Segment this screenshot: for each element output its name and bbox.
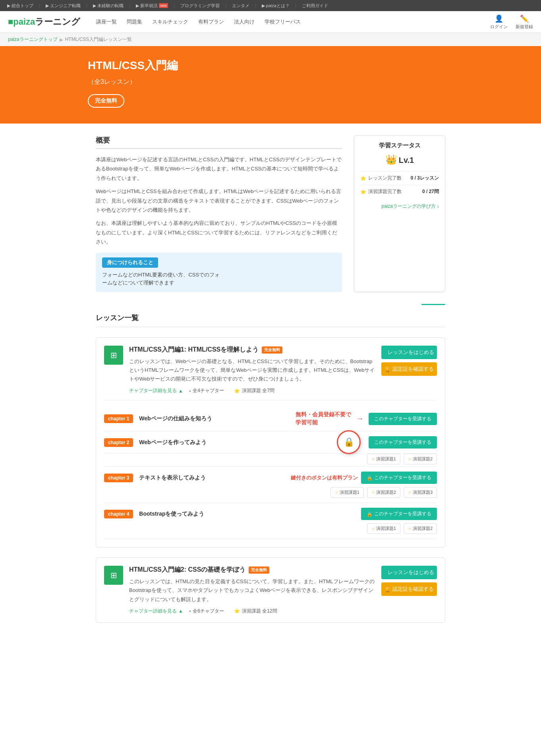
chapter-4-exercise-2[interactable]: ☆ 演習課題2 — [404, 523, 437, 534]
breadcrumb-home[interactable]: paizaラーニングトップ — [8, 36, 58, 43]
trophy-icon: 🏆 — [384, 366, 391, 372]
site-logo[interactable]: ■paizaラーニング — [8, 16, 80, 28]
nav-skill-check[interactable]: スキルチェック — [148, 11, 192, 33]
lesson-1-exercise-count: ⭐ 演習課題 全7問 — [234, 387, 274, 394]
chapter-3-exercise-2[interactable]: ☆ 演習課題2 — [367, 487, 400, 498]
hero-subtitle: （全3レッスン） — [88, 78, 453, 86]
lesson-2-desc: このレッスンでは、HTMLの見た目を定義するCSSについて、学習します。また、H… — [129, 577, 375, 603]
nav-problems[interactable]: 問題集 — [123, 11, 146, 33]
chevron-up-icon: ▲ — [178, 388, 183, 394]
lesson-1-cert-btn[interactable]: 🏆 認定証を確認する — [381, 362, 437, 376]
nav-premium[interactable]: 有料プラン — [194, 11, 228, 33]
top-nav-item-about[interactable]: ▶ paizaとは？ — [259, 3, 293, 9]
register-icon: ✏️ — [520, 14, 529, 23]
overview-para-2: WebページはHTMLとCSSを組み合わせて作成します。HTMLはWebページを… — [96, 187, 342, 215]
chapter-3-btn[interactable]: 🔒 このチャプターを受講する — [361, 472, 437, 484]
exercise-star-icon: ⭐ — [360, 189, 366, 195]
top-nav-item-graduate[interactable]: ▶ 新卒就活 new — [133, 3, 171, 9]
lesson-1-free-badge: 完全無料 — [262, 346, 282, 354]
lesson-1-meta: チャプター詳細を見る ▲ ▪ 全4チャプター ⭐ 演習課題 全7問 — [129, 387, 375, 394]
lesson-1-start-btn[interactable]: レッスンをはじめる — [381, 346, 437, 359]
star-icon-4: ☆ — [371, 490, 375, 495]
chapter-4-right: 🔒 このチャプターを受講する — [361, 508, 437, 520]
overview-title: 概要 — [96, 135, 342, 149]
login-button[interactable]: 👤 ログイン — [490, 14, 508, 30]
status-card: 学習ステータス 👑 Lv.1 ⭐ レッスン完了数 0 / 3レッスン ⭐ 演習課… — [354, 135, 445, 292]
overview-para-3: なお、本講座は理解しやすいよう基本的な内容に留めており、サンプルのHTMLやCS… — [96, 218, 342, 246]
lesson-2-header: ⊞ HTML/CSS入門編2: CSSの基礎を学ぼう 完全無料 このレッスンでは… — [104, 566, 437, 614]
status-card-title: 学習ステータス — [360, 142, 439, 149]
chapter-1-content: chapter 1 Webページの仕組みを知ろう — [104, 414, 296, 423]
top-nav-item-top[interactable]: ▶ 総合トップ — [4, 3, 37, 9]
nav-corporate[interactable]: 法人向け — [230, 11, 259, 33]
lesson-2-start-btn[interactable]: レッスンをはじめる — [381, 566, 437, 579]
chapter-2-exercise-1[interactable]: ☆ 演習課題1 — [367, 454, 400, 464]
lock-icon: 🔒 — [344, 437, 354, 447]
learn-method-link[interactable]: paizaラーニングの学び方 › — [360, 203, 439, 210]
teal-accent-bar — [421, 304, 445, 305]
chapter-count-icon: ▪ — [189, 388, 191, 394]
lesson-complete-row: ⭐ レッスン完了数 0 / 3レッスン — [360, 171, 439, 185]
skills-box: 身につけられること フォームなどのHTML要素の使い方、CSSでのフォームなどに… — [96, 253, 342, 292]
lesson-1-chapter-count: ▪ 全4チャプター — [189, 387, 224, 394]
main-header: ■paizaラーニング 講座一覧 問題集 スキルチェック 有料プラン 法人向け … — [0, 11, 541, 33]
exercise-count-star-2: ⭐ — [234, 608, 240, 614]
lesson-card-2: ⊞ HTML/CSS入門編2: CSSの基礎を学ぼう 完全無料 このレッスンでは… — [96, 557, 445, 623]
lock-circle: 🔒 — [337, 430, 361, 454]
chapter-1-right: 無料・会員登録不要で 学習可能 → このチャプターを受講する — [296, 411, 437, 426]
chapter-toggle-2[interactable]: チャプター詳細を見る ▲ — [129, 608, 183, 615]
nav-courses[interactable]: 講座一覧 — [92, 11, 121, 33]
star-icon-7: ☆ — [408, 526, 412, 531]
lesson-2-body: HTML/CSS入門編2: CSSの基礎を学ぼう 完全無料 このレッスンでは、H… — [129, 566, 375, 614]
breadcrumb-current: HTML/CSS入門編レッスン一覧 — [65, 36, 132, 43]
overview-section: 概要 本講座はWebページを記述する言語のHTMLとCSSの入門編です。HTML… — [96, 135, 445, 292]
lock-icon-3: 🔒 — [367, 475, 373, 481]
exercise-complete-row: ⭐ 演習課題完了数 0 / 27問 — [360, 185, 439, 198]
chapter-1-btn[interactable]: このチャプターを受講する — [369, 413, 437, 425]
chapter-toggle-1[interactable]: チャプター詳細を見る ▲ — [129, 387, 183, 394]
chapter-item-1: chapter 1 Webページの仕組みを知ろう 無料・会員登録不要で 学習可能… — [104, 406, 437, 431]
chapter-4-btn[interactable]: 🔒 このチャプターを受講する — [361, 508, 437, 520]
header-actions: 👤 ログイン ✏️ 新規登録 — [490, 14, 533, 30]
chapter-4-main-row: chapter 4 Bootstrapを使ってみよう 🔒 このチャプターを受講す… — [104, 508, 437, 520]
lock-icon-4: 🔒 — [367, 511, 373, 517]
top-nav-item-entertainment[interactable]: エンタメ — [229, 3, 253, 9]
exercise-count-star: ⭐ — [234, 388, 240, 394]
chapter-4-exercises-row: ☆ 演習課題1 ☆ 演習課題2 — [104, 523, 437, 534]
star-icon-3: ☆ — [335, 490, 338, 495]
star-icon-2: ☆ — [408, 457, 412, 461]
chapter-4-exercise-1[interactable]: ☆ 演習課題1 — [367, 523, 400, 534]
star-icon-5: ☆ — [408, 490, 412, 495]
login-icon: 👤 — [495, 14, 503, 23]
lesson-1-actions: レッスンをはじめる 🏆 認定証を確認する — [381, 346, 437, 376]
top-nav-item-programming[interactable]: プログラミング学習 — [177, 3, 223, 9]
chapter-2-exercise-2[interactable]: ☆ 演習課題2 — [404, 454, 437, 464]
chapter-3-main-row: chapter 3 テキストを表示してみよう 鍵付きのボタンは有料プラン 🔒 こ… — [104, 472, 437, 484]
level-icon: 👑 — [385, 154, 397, 165]
lesson-2-actions: レッスンをはじめる 🏆 認定証を確認する — [381, 566, 437, 596]
chapter-2-exercises-row: ☆ 演習課題1 ☆ 演習課題2 — [104, 452, 437, 467]
chapter-4-content: chapter 4 Bootstrapを使ってみよう — [104, 510, 361, 518]
chapter-list-1: chapter 1 Webページの仕組みを知ろう 無料・会員登録不要で 学習可能… — [104, 400, 437, 539]
chapter-3-exercises-row: ☆ 演習課題1 ☆ 演習課題2 ☆ 演習課題3 — [104, 487, 437, 498]
level-text: Lv.1 — [399, 156, 414, 164]
top-nav-item-engineer[interactable]: ▶ エンジニア転職 — [43, 3, 84, 9]
overview-para-1: 本講座はWebページを記述する言語のHTMLとCSSの入門編です。HTMLとCS… — [96, 155, 342, 183]
lesson-2-free-badge: 完全無料 — [249, 567, 269, 574]
lesson-card-1: ⊞ HTML/CSS入門編1: HTML/CSSを理解しよう 完全無料 このレッ… — [96, 337, 445, 547]
lesson-2-cert-btn[interactable]: 🏆 認定証を確認する — [381, 582, 437, 596]
chapter-3-exercise-3[interactable]: ☆ 演習課題3 — [404, 487, 437, 498]
chapter-4-name: Bootstrapを使ってみよう — [139, 510, 361, 518]
chapter-3-badge: chapter 3 — [104, 474, 133, 482]
skills-content: フォームなどのHTML要素の使い方、CSSでのフォームなどについて理解できます — [102, 271, 336, 288]
chapter-2-content: chapter 2 Webページを作ってみよう — [104, 438, 369, 447]
top-nav-item-guide[interactable]: ご利用ガイド — [299, 3, 331, 9]
chapter-3-lock-notice: 鍵付きのボタンは有料プラン — [291, 474, 358, 481]
main-content: 概要 本講座はWebページを記述する言語のHTMLとCSSの入門編です。HTML… — [88, 124, 453, 645]
chapter-2-btn[interactable]: このチャプターを受講する — [369, 436, 437, 449]
register-button[interactable]: ✏️ 新規登録 — [516, 14, 533, 30]
chapter-3-exercise-1[interactable]: ☆ 演習課題1 — [330, 487, 364, 498]
lesson-1-title: HTML/CSS入門編1: HTML/CSSを理解しよう 完全無料 — [129, 346, 375, 354]
top-nav-item-inexperienced[interactable]: ▶ 未経験の転職 — [90, 3, 127, 9]
nav-school[interactable]: 学校フリーパス — [261, 11, 305, 33]
